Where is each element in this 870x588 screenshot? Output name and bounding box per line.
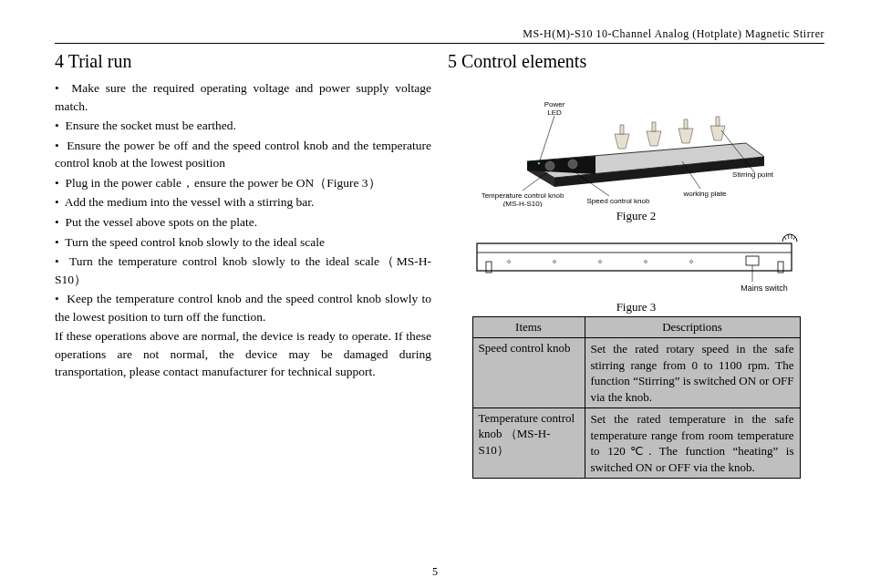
trial-run-footer: If these operations above are normal, th… [55,327,431,381]
mains-switch-icon [746,256,759,265]
flask-3-icon [678,119,693,143]
svg-point-16 [689,261,692,263]
bullet-1-text: Ensure the socket must be earthed. [65,119,235,132]
table-cell-desc-0: Set the rated rotary speed in the safe s… [585,338,800,408]
figure-3-caption: Figure 3 [448,300,824,315]
table-head-items: Items [472,317,585,338]
bullet-5: • Put the vessel above spots on the plat… [55,213,431,232]
left-column: 4 Trial run • Make sure the required ope… [55,49,431,479]
section-title-trial-run: 4 Trial run [55,51,431,72]
svg-line-8 [784,236,786,240]
svg-rect-3 [652,122,656,131]
svg-rect-5 [684,119,688,129]
knob-2-icon [568,160,577,169]
svg-point-15 [644,261,647,263]
table-header-row: Items Descriptions [472,317,800,338]
bullet-7: • Turn the temperature control knob slow… [55,253,431,288]
header-title: MS-H(M)-S10 10-Channel Analog (Hotplate)… [55,27,824,44]
knob-1-icon [545,161,554,170]
svg-line-11 [793,236,795,240]
bullet-3: • Plug in the power cable，ensure the pow… [55,174,431,192]
bullet-3-text: Plug in the power cable，ensure the power… [65,176,380,190]
screw-holes [507,261,692,263]
label-mains-switch: Mains switch [741,284,788,293]
svg-line-9 [788,234,789,239]
label-stirring-point: Stirring point [732,170,774,179]
bullet-4: • Add the medium into the vessel with a … [55,193,431,211]
figure-2-caption: Figure 2 [448,209,824,223]
section-title-control-elements: 5 Control elements [448,51,824,72]
right-column: 5 Control elements [448,49,824,479]
page-number: 5 [0,565,870,579]
bullet-4-text: Add the medium into the vessel with a st… [65,195,315,209]
page: MS-H(M)-S10 10-Channel Analog (Hotplate)… [0,0,870,588]
bullet-5-text: Put the vessel above spots on the plate. [65,215,257,229]
figure-3: Mains switch [472,225,801,298]
label-power-led: PowerLED [544,100,564,117]
table-row: Speed control knob Set the rated rotary … [472,338,800,408]
figure-3-svg: Mains switch [472,225,801,298]
bullet-7-text: Turn the temperature control knob slowly… [55,254,431,286]
label-working-plate: working plate [682,190,727,198]
label-speed-knob: Speed control knob [586,197,649,205]
side-knob [782,234,797,242]
svg-marker-2 [647,131,661,146]
bullet-0-text: Make sure the required operating voltage… [55,81,431,113]
bullet-0: • Make sure the required operating volta… [55,79,431,115]
svg-point-13 [553,261,555,263]
figure-2: PowerLED Stirring point Temperature cont… [472,79,801,207]
bullet-8: • Keep the temperature control knob and … [55,290,431,325]
flask-1-icon [615,125,629,149]
bullet-2-text: Ensure the power be off and the speed co… [55,139,431,170]
bullet-6-text: Turn the speed control knob slowly to th… [65,235,325,249]
bullet-2: • Ensure the power be off and the speed … [55,137,431,172]
device-outline [477,243,792,271]
svg-rect-1 [620,125,624,134]
flask-2-icon [647,122,661,146]
control-elements-table: Items Descriptions Speed control knob Se… [472,316,801,479]
flask-4-icon [710,117,725,140]
svg-marker-0 [615,134,629,149]
columns: 4 Trial run • Make sure the required ope… [55,49,824,479]
bullet-1: • Ensure the socket must be earthed. [55,117,431,135]
svg-point-12 [507,261,510,263]
table-row: Temperature control knob （MS-H-S10） Set … [472,408,800,479]
table-cell-item-0: Speed control knob [472,338,585,408]
svg-rect-7 [716,117,720,126]
bullet-8-text: Keep the temperature control knob and th… [55,292,431,324]
trial-run-body: • Make sure the required operating volta… [55,79,431,381]
svg-marker-4 [678,129,693,143]
leader-led [539,116,554,163]
table-cell-item-1: Temperature control knob （MS-H-S10） [472,408,585,479]
figure-2-svg: PowerLED Stirring point Temperature cont… [472,79,801,207]
label-temp-knob: Temperature control knob(MS-H-S10) [481,191,564,207]
table-cell-desc-1: Set the rated temperature in the safe te… [585,408,800,479]
svg-point-14 [598,261,601,263]
svg-marker-6 [710,126,725,140]
table-head-desc: Descriptions [585,317,800,338]
bullet-6: • Turn the speed control knob slowly to … [55,233,431,252]
